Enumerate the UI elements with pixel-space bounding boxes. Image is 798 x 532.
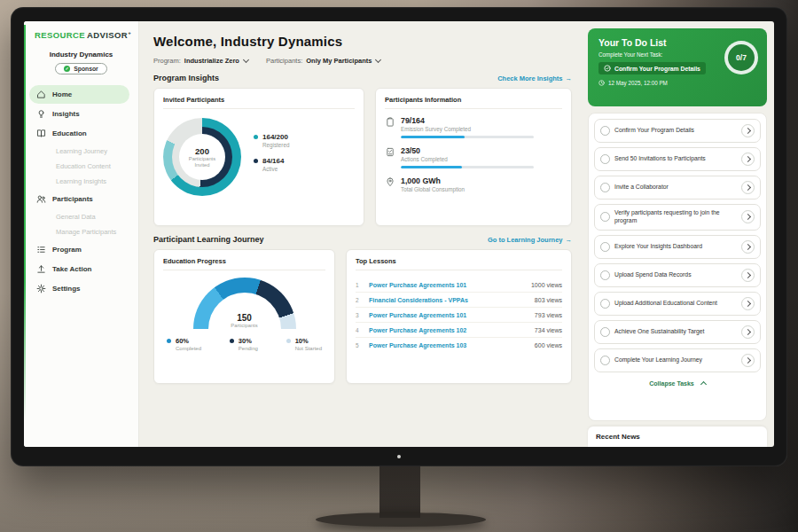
task-item[interactable]: Explore Your Insights Dashboard [594,235,761,259]
nav-label: Insights [52,110,80,118]
invited-participants-card: Invited Participants 200 Participants In… [153,88,364,226]
task-item[interactable]: Upload Spend Data Records [594,263,761,287]
check-circle-icon [604,65,611,72]
legend-dot-active [254,159,258,163]
sidebar-item-settings[interactable]: Settings [29,279,129,298]
collapse-tasks-link[interactable]: Collapse Tasks [594,377,761,388]
clipboard-icon [385,116,395,138]
filters-bar: Program: Industrialize Zero Participants… [153,57,572,65]
donut-center: 200 Participants Invited [179,134,225,180]
top-lessons-card: Top Lessons 1 Power Purchase Agreements … [346,249,572,384]
task-chevron-button[interactable] [741,181,755,194]
task-chevron-button[interactable] [741,210,755,223]
check-more-insights-link[interactable]: Check More Insights→ [497,74,572,82]
app-logo: RESOURCEADVISOR+ [24,30,138,40]
task-chevron-button[interactable] [741,124,755,137]
gear-icon [36,284,46,293]
task-checkbox[interactable] [600,299,610,309]
bulb-icon [36,109,46,119]
sidebar-item-learning-insights[interactable]: Learning Insights [24,174,138,189]
sidebar-item-learning-journey[interactable]: Learning Journey [24,144,138,159]
participants-dropdown[interactable]: Participants: Only My Participants [266,57,380,65]
task-item[interactable]: Verify participants requesting to join t… [594,204,761,231]
sidebar-item-insights[interactable]: Insights [29,105,129,123]
task-checkbox[interactable] [600,356,610,365]
clock-icon [598,80,605,86]
invited-donut: 200 Participants Invited [163,118,241,196]
task-item[interactable]: Send 50 Invitations to Participants [594,147,761,171]
task-chevron-button[interactable] [741,325,755,339]
section-title-learning-journey: Participant Learning Journey [153,235,264,244]
program-dropdown[interactable]: Program: Industrialize Zero [153,57,248,65]
book-icon [36,129,46,138]
lesson-row: 1 Power Purchase Agreements 101 1000 vie… [356,278,562,293]
invited-legend: 164/200Registered 84/164Active [254,133,289,181]
sidebar-item-home[interactable]: Home [29,85,129,104]
sidebar-item-take-action[interactable]: Take Action [29,260,129,278]
power-led [397,455,401,458]
sponsor-badge[interactable]: ✓ Sponsor [55,63,107,74]
lesson-link[interactable]: Power Purchase Agreements 101 [369,282,526,288]
sidebar-item-education[interactable]: Education [29,124,129,143]
org-name: Industry Dynamics [24,51,138,59]
lesson-row: 2 Financial Considerations - VPPAs 803 v… [356,293,562,308]
logo-resource: RESOURCE [35,30,85,40]
sidebar-item-education-content[interactable]: Education Content [24,159,138,174]
todo-progress-ring: 0/7 [724,41,758,74]
home-icon [36,90,46,99]
lesson-link[interactable]: Power Purchase Agreements 103 [369,342,529,348]
arrow-right-icon: → [566,74,573,82]
sidebar: RESOURCEADVISOR+ Industry Dynamics ✓ Spo… [24,21,139,447]
nav-label: Participants [52,195,93,203]
task-checkbox[interactable] [600,126,610,136]
go-to-learning-journey-link[interactable]: Go to Learning Journey→ [488,236,572,244]
task-chevron-button[interactable] [741,354,755,367]
task-chevron-button[interactable] [741,297,755,310]
pin-icon [385,176,395,192]
task-checkbox[interactable] [600,212,610,222]
gauge-legend: 60%Completed 30%Pending 10%Not Started [163,337,325,351]
task-item[interactable]: Confirm Your Program Details [594,119,761,143]
task-chevron-button[interactable] [741,240,755,254]
sidebar-item-participants[interactable]: Participants [29,190,129,208]
program-dropdown-value: Industrialize Zero [184,57,239,65]
main-content: Welcome, Industry Dynamics Program: Indu… [139,21,583,447]
logo-advisor: ADVISOR+ [87,30,131,40]
sidebar-item-program[interactable]: Program [29,240,129,259]
task-checkbox[interactable] [600,154,610,164]
participants-dropdown-value: Only My Participants [306,57,372,65]
task-checkbox[interactable] [600,242,610,252]
task-chevron-button[interactable] [741,153,755,166]
lesson-row: 4 Power Purchase Agreements 102 734 view… [356,323,562,338]
task-list: Confirm Your Program Details Send 50 Inv… [588,113,767,421]
legend-dot-pending [230,339,234,343]
task-item[interactable]: Upload Additional Educational Content [594,292,761,316]
lesson-link[interactable]: Power Purchase Agreements 101 [369,312,529,318]
chevron-up-icon [700,381,707,387]
education-gauge-wrap: 150 Participants [193,278,296,329]
checklist-icon [385,146,395,168]
participants-dropdown-label: Participants: [266,57,302,65]
task-chevron-button[interactable] [741,269,755,282]
chevron-down-icon [375,57,381,63]
monitor-bezel: RESOURCEADVISOR+ Industry Dynamics ✓ Spo… [11,7,787,466]
dashboard-screen: RESOURCEADVISOR+ Industry Dynamics ✓ Spo… [24,21,774,447]
nav-label: Settings [52,285,81,293]
sidebar-item-general-data[interactable]: General Data [24,209,138,224]
task-checkbox[interactable] [600,327,610,337]
next-task-pill[interactable]: Confirm Your Program Details [598,62,706,74]
lesson-link[interactable]: Financial Considerations - VPPAs [369,297,529,303]
task-checkbox[interactable] [600,270,610,280]
task-item[interactable]: Complete Your Learning Journey [594,348,761,372]
sidebar-item-manage-participants[interactable]: Manage Participants [24,224,138,239]
task-item[interactable]: Invite a Collaborator [594,176,761,200]
card-title: Education Progress [163,257,325,270]
todo-panel: Your To Do List Complete Your Next Task:… [583,21,774,447]
progress-bar [401,166,534,168]
lesson-link[interactable]: Power Purchase Agreements 102 [369,327,529,333]
stat-global-consumption: 1,000 GWh Total Global Consumption [385,176,562,192]
task-item[interactable]: Achieve One Sustainability Target [594,320,761,344]
chevron-down-icon [243,57,249,63]
task-checkbox[interactable] [600,183,610,192]
legend-dot-registered [254,135,258,139]
